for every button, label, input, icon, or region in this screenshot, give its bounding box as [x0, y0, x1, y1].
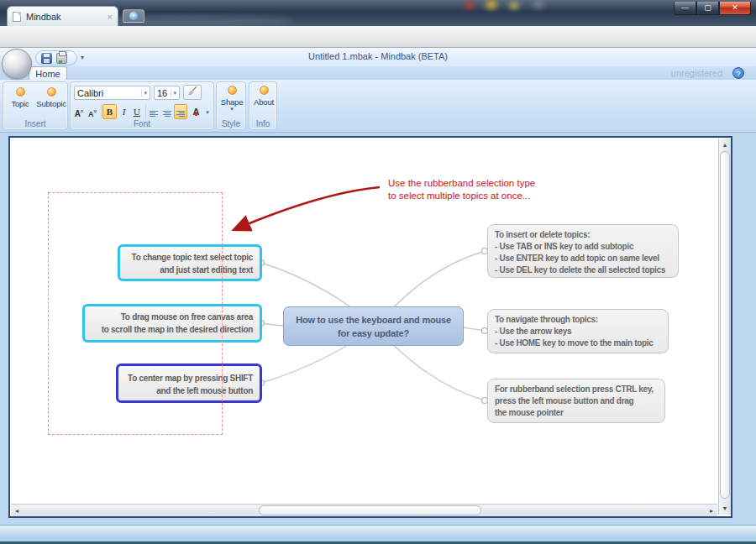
new-tab-button[interactable]: + — [123, 9, 144, 23]
horizontal-scroll-thumb[interactable] — [259, 505, 481, 515]
favicon-icon — [13, 12, 21, 22]
topic-icon — [16, 87, 25, 97]
ribbon-group-style: Shape ▾ Style — [216, 81, 246, 130]
align-right-button[interactable] — [174, 104, 187, 119]
style-group-label: Style — [217, 119, 245, 128]
font-size-value: 16 — [157, 88, 171, 98]
font-color-icon: A — [193, 107, 200, 117]
topic-line: - Use DEL key to delete the all selected… — [495, 264, 671, 276]
scroll-right-icon[interactable]: ▸ — [710, 507, 713, 515]
topic-line: press the left mouse button and drag — [495, 395, 658, 407]
annotation-line2: to select multiple topics at once... — [388, 190, 535, 202]
format-painter-button[interactable] — [183, 85, 202, 100]
rubberband-selection-rect — [48, 192, 223, 435]
chevron-down-icon: ▾ — [141, 90, 147, 97]
divider — [101, 104, 102, 119]
scroll-left-icon[interactable]: ◂ — [15, 507, 18, 515]
about-icon — [260, 86, 269, 95]
align-right-icon — [176, 111, 185, 118]
underline-button[interactable]: U — [130, 104, 144, 119]
ribbon-tab-row — [0, 66, 756, 80]
topic-button-label: Topic — [6, 99, 34, 108]
font-size-select[interactable]: 16 ▾ — [154, 86, 180, 100]
topic-line: How to use the keyboard and mouse — [291, 313, 456, 327]
desktop-blur-gray — [533, 1, 544, 8]
window-controls: — ▢ ✕ — [674, 2, 751, 15]
document-title: Untitled 1.mbak - Mindbak (BETA) — [0, 51, 756, 61]
browser-window: Mindbak × + — ▢ ✕ ← → ⟳ ⌂ mindbak.com ☆ … — [0, 0, 756, 544]
chevron-down-icon: ▾ — [171, 90, 176, 97]
topic-line: For rubberband selection press CTRL key, — [495, 384, 658, 395]
vertical-scroll-thumb[interactable] — [720, 151, 730, 499]
minimize-button[interactable]: — — [674, 2, 696, 15]
about-button-label: About — [250, 97, 277, 107]
topic-insert-delete[interactable]: To insert or delete topics: - Use TAB or… — [487, 224, 679, 278]
info-group-label: Info — [249, 119, 276, 128]
app-menu-orb[interactable] — [2, 49, 32, 79]
grow-font-button[interactable]: A˄ — [72, 104, 86, 119]
topic-line: - Use ENTER key to add topic on same lev… — [495, 253, 671, 264]
topic-root[interactable]: How to use the keyboard and mouse for ea… — [283, 306, 464, 346]
desktop-blur-red — [465, 1, 475, 9]
shape-button[interactable]: Shape ▾ — [218, 84, 246, 112]
scroll-down-icon[interactable]: ▼ — [719, 505, 731, 511]
shape-icon — [228, 86, 237, 95]
topic-button[interactable]: Topic — [6, 86, 34, 108]
topic-line: the mouse pointer — [495, 407, 658, 419]
ribbon-group-font: Calibri ▾ 16 ▾ A˄ A˅ B I U A ▾ Font — [70, 81, 214, 130]
align-center-icon — [163, 111, 171, 118]
grow-font-label: A — [75, 109, 81, 118]
maximize-button[interactable]: ▢ — [696, 2, 719, 15]
align-center-button[interactable] — [160, 104, 174, 119]
scroll-up-icon[interactable]: ▲ — [719, 142, 731, 148]
registration-status: unregistered — [671, 68, 722, 78]
desktop-blur-yellow2 — [509, 2, 519, 9]
topic-line: To navigate through topics: — [495, 314, 661, 326]
align-left-icon — [150, 111, 158, 118]
shrink-font-button[interactable]: A˅ — [86, 104, 99, 119]
plus-icon: + — [129, 12, 138, 20]
ribbon: Topic Subtopic Insert Calibri ▾ 16 ▾ A˄ … — [0, 80, 756, 133]
subtopic-button-label: Subtopic — [34, 99, 69, 108]
topic-rubberband[interactable]: For rubberband selection press CTRL key,… — [487, 379, 665, 423]
topic-line: - Use the arrow keys — [495, 326, 661, 337]
horizontal-scrollbar[interactable]: ◂ ▸ — [11, 504, 717, 516]
help-icon[interactable]: ? — [732, 67, 744, 79]
font-family-value: Calibri — [77, 88, 141, 98]
vertical-scrollbar[interactable]: ▲ ▼ — [718, 139, 731, 515]
topic-navigate[interactable]: To navigate through topics: - Use the ar… — [487, 309, 669, 353]
close-button[interactable]: ✕ — [719, 2, 751, 15]
browser-toolbar: ← → ⟳ ⌂ mindbak.com ☆ — [0, 26, 756, 48]
tab-title: Mindbak — [26, 12, 108, 22]
subtopic-button[interactable]: Subtopic — [34, 86, 69, 108]
italic-button[interactable]: I — [118, 104, 130, 119]
status-strip — [0, 525, 756, 544]
brush-icon — [187, 86, 197, 96]
tab-home[interactable]: Home — [29, 66, 67, 81]
tab-close-icon[interactable]: × — [108, 12, 113, 22]
insert-group-label: Insert — [3, 119, 67, 128]
font-group-label: Font — [71, 119, 213, 128]
desktop-blur-yellow — [486, 0, 497, 9]
annotation-text: Use the rubberband selection type to sel… — [388, 177, 535, 202]
font-color-dropdown-icon[interactable]: ▾ — [203, 104, 212, 119]
topic-line: - Use TAB or INS key to add subtopic — [495, 241, 671, 253]
annotation-line1: Use the rubberband selection type — [388, 177, 535, 190]
topic-line: for easy update? — [291, 327, 456, 340]
bold-button[interactable]: B — [102, 104, 117, 119]
align-left-button[interactable] — [147, 104, 160, 119]
browser-tab[interactable]: Mindbak × — [7, 6, 118, 26]
font-family-select[interactable]: Calibri ▾ — [74, 86, 150, 100]
subtopic-icon — [47, 87, 56, 97]
ribbon-group-info: About Info — [249, 81, 277, 130]
window-titlebar: Mindbak × + — ▢ ✕ — [0, 0, 756, 26]
chevron-down-icon: ▾ — [218, 107, 246, 112]
topic-line: To insert or delete topics: — [495, 229, 671, 241]
font-color-button[interactable]: A — [189, 104, 203, 119]
divider — [145, 104, 146, 119]
about-button[interactable]: About — [250, 84, 277, 107]
topic-line: - Use HOME key to move to the main topic — [495, 337, 661, 349]
ribbon-group-insert: Topic Subtopic Insert — [3, 81, 68, 130]
